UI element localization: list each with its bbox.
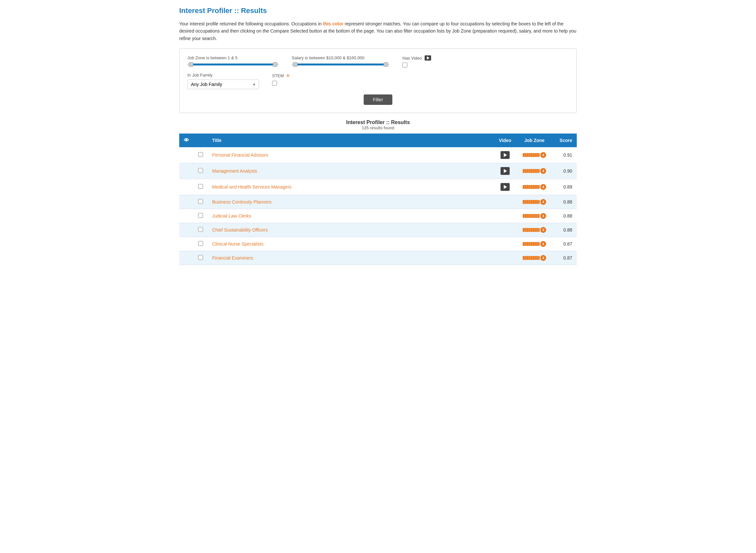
score-wave-bar (523, 242, 540, 246)
row-checkbox[interactable] (198, 152, 203, 157)
salary-slider[interactable] (292, 64, 390, 66)
row-title-cell: Chief Sustainability Officers (208, 223, 492, 237)
row-score-cell: 0.87 (551, 251, 577, 265)
row-checkbox-cell (194, 237, 208, 251)
table-header-row: 👁 Title Video Job Zone Score (179, 134, 577, 147)
row-score-cell: 0.89 (551, 179, 577, 195)
row-checkbox-cell (194, 179, 208, 195)
row-score-cell: 0.87 (551, 237, 577, 251)
results-table: 👁 Title Video Job Zone Score Personal Fi… (179, 134, 577, 265)
occupation-link[interactable]: Chief Sustainability Officers (212, 227, 268, 233)
row-score-cell: 0.88 (551, 195, 577, 209)
job-zone-slider[interactable] (187, 64, 279, 66)
job-zone-slider-right[interactable] (273, 62, 277, 67)
job-zone-badge: 4 (540, 213, 546, 219)
results-count: 135 results found (179, 126, 577, 130)
row-video-cell (492, 195, 518, 209)
intro-paragraph: Your interest profile returned the follo… (179, 20, 577, 42)
has-video-filter: Has Video (402, 55, 431, 67)
row-title-cell: Business Continuity Planners (208, 195, 492, 209)
row-eye-cell (179, 223, 194, 237)
table-row: Personal Financial Advisors40.91 (179, 147, 577, 163)
row-jobzone-cell: 4 (518, 251, 551, 265)
score-wave-bar (523, 200, 540, 204)
salary-slider-right[interactable] (384, 62, 388, 67)
table-row: Medical and Health Services Managers40.8… (179, 179, 577, 195)
score-wave-bar (523, 228, 540, 232)
salary-label: Salary is between $10,000 & $160,000 (292, 55, 390, 60)
row-eye-cell (179, 147, 194, 163)
col-header-video: Video (492, 134, 518, 147)
occupation-link[interactable]: Management Analysts (212, 168, 257, 174)
table-row: Business Continuity Planners40.88 (179, 195, 577, 209)
job-family-label: In Job Family (187, 73, 259, 78)
row-title-cell: Judicial Law Clerks (208, 209, 492, 223)
row-title-cell: Management Analysts (208, 163, 492, 179)
job-family-filter: In Job Family Any Job Family (187, 73, 259, 89)
occupation-link[interactable]: Personal Financial Advisors (212, 152, 268, 158)
table-row: Chief Sustainability Officers40.88 (179, 223, 577, 237)
stem-filter: STEM ✳ (272, 73, 290, 86)
results-header: Interest Profiler :: Results 135 results… (179, 120, 577, 130)
row-title-cell: Financial Examiners (208, 251, 492, 265)
job-zone-slider-left[interactable] (189, 62, 193, 67)
row-title-cell: Personal Financial Advisors (208, 147, 492, 163)
stem-checkbox[interactable] (272, 81, 277, 86)
job-zone-badge: 4 (540, 199, 546, 205)
salary-slider-left[interactable] (293, 62, 297, 67)
row-eye-cell (179, 179, 194, 195)
row-eye-cell (179, 237, 194, 251)
score-wave-bar (523, 214, 540, 218)
job-zone-badge: 4 (540, 241, 546, 247)
row-score-cell: 0.90 (551, 163, 577, 179)
intro-text-before: Your interest profile returned the follo… (179, 21, 323, 26)
occupation-link[interactable]: Business Continuity Planners (212, 199, 271, 205)
job-zone-badge: 4 (540, 152, 546, 158)
has-video-checkbox[interactable] (402, 63, 407, 67)
job-family-select-wrapper: Any Job Family (187, 79, 259, 89)
table-row: Management Analysts40.90 (179, 163, 577, 179)
filter-panel: Job Zone is between 1 & 5 Salary is betw… (179, 49, 577, 113)
row-jobzone-cell: 4 (518, 237, 551, 251)
col-header-score: Score (551, 134, 577, 147)
stem-label-text: STEM (272, 73, 284, 78)
salary-filter: Salary is between $10,000 & $160,000 (292, 55, 390, 66)
job-family-select[interactable]: Any Job Family (187, 79, 259, 89)
row-jobzone-cell: 4 (518, 179, 551, 195)
stem-dots-icon: ✳ (286, 73, 290, 79)
col-header-eye: 👁 (179, 134, 194, 147)
row-checkbox[interactable] (198, 168, 203, 173)
video-play-button[interactable] (500, 167, 510, 175)
row-checkbox[interactable] (198, 255, 203, 260)
filter-button[interactable]: Filter (364, 94, 392, 105)
job-zone-badge: 4 (540, 255, 546, 261)
row-checkbox[interactable] (198, 199, 203, 204)
table-row: Judicial Law Clerks40.88 (179, 209, 577, 223)
occupation-link[interactable]: Financial Examiners (212, 255, 253, 260)
occupation-link[interactable]: Medical and Health Services Managers (212, 184, 292, 189)
video-play-button[interactable] (500, 183, 510, 191)
row-checkbox[interactable] (198, 213, 203, 218)
row-checkbox[interactable] (198, 184, 203, 189)
row-checkbox-cell (194, 223, 208, 237)
score-wave-bar (523, 169, 540, 173)
row-jobzone-cell: 4 (518, 147, 551, 163)
score-wave-bar (523, 185, 540, 189)
row-checkbox-cell (194, 195, 208, 209)
row-eye-cell (179, 251, 194, 265)
row-video-cell (492, 163, 518, 179)
job-zone-badge: 4 (540, 227, 546, 233)
row-video-cell (492, 209, 518, 223)
score-wave-bar (523, 256, 540, 260)
table-row: Clinical Nurse Specialists40.87 (179, 237, 577, 251)
occupation-link[interactable]: Judicial Law Clerks (212, 213, 251, 219)
row-checkbox[interactable] (198, 227, 203, 232)
video-play-button[interactable] (500, 151, 510, 159)
occupation-link[interactable]: Clinical Nurse Specialists (212, 241, 263, 246)
row-jobzone-cell: 4 (518, 195, 551, 209)
row-checkbox-cell (194, 209, 208, 223)
row-eye-cell (179, 209, 194, 223)
job-zone-label: Job Zone is between 1 & 5 (187, 55, 279, 60)
col-header-jobzone: Job Zone (518, 134, 551, 147)
row-checkbox[interactable] (198, 241, 203, 246)
